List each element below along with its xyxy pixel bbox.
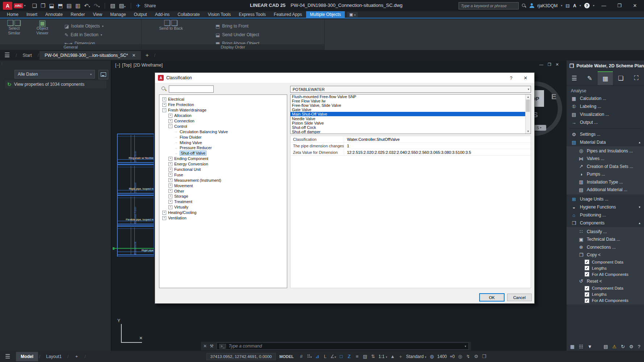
viewport-view-control[interactable]: [Top] xyxy=(122,63,131,68)
expand-icon[interactable]: + xyxy=(168,200,172,204)
menu-tab-view[interactable]: View xyxy=(89,11,106,18)
sidebar-item-positioning[interactable]: ⌂Positioning ... xyxy=(566,211,644,219)
tree-item[interactable]: +Functional Unit xyxy=(159,167,287,172)
palette-status-row[interactable]: ↻ View properties of 1034 components xyxy=(5,80,106,88)
object-snap-icon[interactable]: □ xyxy=(337,354,345,359)
selection-cycling-icon[interactable]: ⇅ xyxy=(369,354,377,359)
expand-icon[interactable]: + xyxy=(168,173,172,177)
checkbox-item-for-all-components[interactable]: ✓For All Components xyxy=(566,271,644,277)
send-to-back-button[interactable]: ❏❏ Send to Back xyxy=(156,21,185,31)
ribbon-extra-tab-icon[interactable]: ▣ ▾ xyxy=(347,12,357,17)
tree-item[interactable]: −Control xyxy=(159,123,287,129)
tree-item[interactable]: +Energy Conversion xyxy=(159,161,287,167)
expand-icon[interactable]: + xyxy=(168,119,172,123)
checkbox-icon[interactable]: ✓ xyxy=(585,260,589,264)
workspace-switcher[interactable]: Standard ▾ xyxy=(406,354,426,359)
footer-warning-icon[interactable]: ⚠ xyxy=(612,344,617,349)
file-tabs-menu-icon[interactable]: ☰ xyxy=(4,51,10,59)
sidebar-item-material-data[interactable]: ▤Material Data▴ xyxy=(566,138,644,146)
pipe-schematic-band[interactable]: BasementRigid pipe xyxy=(117,226,154,257)
list-item[interactable]: Flush-mounted Free-flow Valve SNP xyxy=(290,94,526,99)
collapse-icon[interactable]: − xyxy=(168,124,172,128)
command-input[interactable]: >_ Type a command ▾ xyxy=(217,342,469,350)
sidebar-subitem-copy[interactable]: ❐Copy < xyxy=(566,251,644,259)
chevron-up-icon[interactable]: ▴ xyxy=(639,221,640,225)
chevron-up-icon[interactable]: ▴ xyxy=(639,140,640,144)
menu-tab-manage[interactable]: Manage xyxy=(106,11,130,18)
tree-item[interactable]: +Treatment xyxy=(159,199,287,205)
expand-icon[interactable]: + xyxy=(168,178,172,182)
tree-item[interactable]: +Measurement (Instrument) xyxy=(159,177,287,183)
collapse-icon[interactable]: − xyxy=(162,108,166,112)
viewport-minus-control[interactable]: [−] xyxy=(115,63,120,68)
tree-item[interactable]: +Allocation xyxy=(159,113,287,118)
ribbon-group-display-order[interactable]: Display Order xyxy=(142,44,324,50)
chevron-down-icon[interactable]: ▾ xyxy=(639,205,640,209)
lineweight-icon[interactable]: ≡ xyxy=(353,354,361,359)
sidebar-item-calculation[interactable]: ▦Calculation ... xyxy=(566,94,644,102)
property-row[interactable]: Zeta Value for Dimension12:2.515:2.020:2… xyxy=(290,149,531,156)
scroll-down-icon[interactable]: ▼ xyxy=(526,129,531,134)
checkbox-icon[interactable]: ✓ xyxy=(585,286,589,291)
panel-analyse-tab-icon[interactable]: ▦ xyxy=(598,71,613,85)
pipe-schematic-band[interactable]: 2nd floorRing main w/ flexible xyxy=(117,134,154,164)
units-globe-icon[interactable]: ◍ xyxy=(428,354,436,359)
dialog-title-bar[interactable]: A Classification ? ✕ xyxy=(155,73,534,83)
expand-icon[interactable]: + xyxy=(162,216,166,220)
cancel-button[interactable]: Cancel xyxy=(507,294,532,301)
dynamic-input-icon[interactable]: ⊿ xyxy=(313,354,321,359)
space-indicator[interactable]: MODEL xyxy=(279,354,294,359)
tree-item[interactable]: −Fresh Water/drainage xyxy=(159,108,287,113)
sidebar-item-hygiene-functions[interactable]: ◒Hygiene Functions▾ xyxy=(566,203,644,211)
palette-grip[interactable]: ⁞ xyxy=(1,62,3,66)
isolate-objects-icon[interactable]: ◎ xyxy=(456,354,464,359)
menu-tab-annotate[interactable]: Annotate xyxy=(41,11,67,18)
ortho-mode-icon[interactable]: L xyxy=(321,354,329,359)
pipe-schematic-band[interactable]: Ground FloorFlexible pipe, looped in xyxy=(117,195,154,226)
footer-edit-table-icon[interactable]: ☷ xyxy=(579,344,583,349)
tab-active-document[interactable]: PW-04_DIN1988-300_...ion-situations_SC* … xyxy=(39,51,141,60)
tree-item[interactable]: +Other xyxy=(159,188,287,194)
checkbox-icon[interactable]: ✓ xyxy=(585,272,589,277)
app-store-cart-icon[interactable]: ⊟ xyxy=(566,3,570,9)
panel-document-icon[interactable]: ❏ xyxy=(613,71,628,85)
layout-icon[interactable]: ▨▾ xyxy=(119,3,126,9)
footer-sheet-icon[interactable]: ▤ xyxy=(603,344,608,349)
share-plane-icon[interactable]: ✈ xyxy=(136,3,141,9)
sidebar-subitem-technical-data[interactable]: ▣Technical Data ... xyxy=(566,236,644,244)
menu-tab-multiple-objects[interactable]: Multiple Objects xyxy=(306,11,345,18)
dialog-close-button[interactable]: ✕ xyxy=(518,73,533,83)
checkbox-item-component-data[interactable]: ✓Component Data xyxy=(566,259,644,265)
send-under-object-button[interactable]: ⬓ Send Under Object xyxy=(216,31,259,38)
panel-menu-icon[interactable]: ☰ xyxy=(566,71,582,85)
sidebar-subitem-pipes-and-insulations[interactable]: ◎Pipes and Insulations ... xyxy=(566,147,644,155)
list-item[interactable]: Gate Valve xyxy=(290,108,526,112)
autodesk-a-icon[interactable]: A xyxy=(573,3,576,8)
list-item[interactable]: Free Flow Valve Iw xyxy=(290,99,526,103)
tree-item[interactable]: –Pressure Reducer xyxy=(159,145,287,151)
command-customize-icon[interactable]: ⚒ xyxy=(210,344,214,349)
sidebar-item-output[interactable]: →Output ... xyxy=(566,118,644,126)
sidebar-subitem-reset[interactable]: ↺Reset < xyxy=(566,277,644,285)
isolate-objects-button[interactable]: ◪ Isolate Objects▾ xyxy=(64,22,104,30)
open-file-icon[interactable]: ❐ xyxy=(41,3,45,9)
expand-icon[interactable]: + xyxy=(168,189,172,193)
expand-icon[interactable]: + xyxy=(162,97,166,101)
tree-item[interactable]: +Ending Component xyxy=(159,156,287,161)
checkbox-item-for-all-components[interactable]: ✓For All Components xyxy=(566,298,644,304)
tree-item[interactable]: –Flow Divider xyxy=(159,134,287,140)
expand-icon[interactable]: + xyxy=(168,205,172,209)
zoom-badge[interactable]: +0 xyxy=(450,354,455,359)
tray-settings-icon[interactable]: ⚙ xyxy=(472,354,480,359)
tree-item[interactable]: +Heating/Cooling xyxy=(159,210,287,215)
display-properties-button[interactable] xyxy=(99,70,108,79)
a-menu-chevron-icon[interactable]: ▾ xyxy=(580,4,581,7)
app-menu-chevron-icon[interactable]: ▾ xyxy=(24,4,26,7)
print-icon[interactable]: ▥ xyxy=(75,3,80,9)
search-icon[interactable] xyxy=(522,4,526,8)
expand-icon[interactable]: + xyxy=(168,168,172,172)
tree-item[interactable]: +Ventilation xyxy=(159,215,287,221)
sidebar-item-labeling[interactable]: ①Labeling ... xyxy=(566,102,644,110)
sidebar-item-components[interactable]: ❒Components▴ xyxy=(566,219,644,227)
undo-button[interactable]: ↶▾ xyxy=(84,3,90,9)
